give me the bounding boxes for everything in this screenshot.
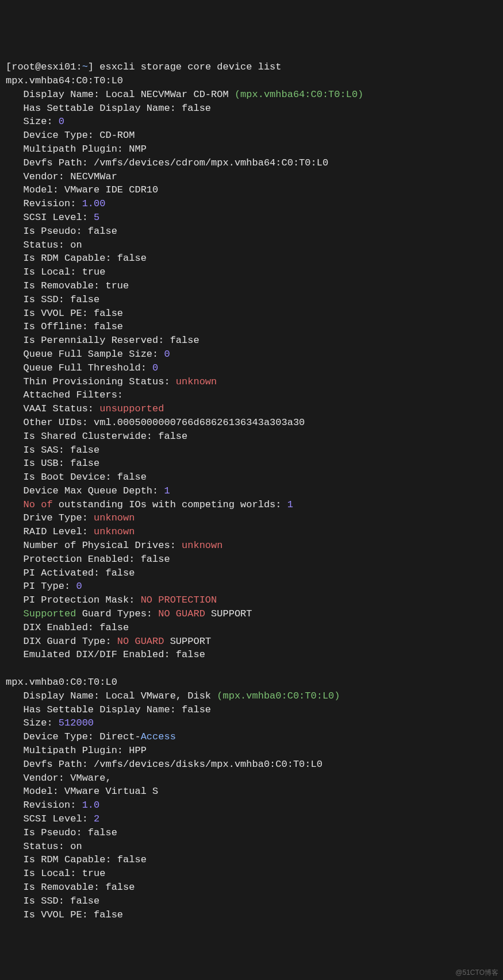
command-text: esxcli storage core device list [94, 61, 281, 72]
d1-display-name-key: Display Name [24, 89, 94, 100]
d2-has-settable-val: false [176, 704, 211, 715]
d1-mqd-key: Device Max Queue Depth [24, 485, 152, 496]
d1-sgt-v2: SUPPORT [205, 608, 252, 619]
d1-drive-val: unknown [88, 512, 135, 523]
d2-vvol-val: false [88, 909, 123, 920]
d1-sas-key: Is SAS [24, 445, 59, 456]
d1-prot-key: Protection Enabled [24, 554, 129, 565]
d1-thin-val: unknown [170, 376, 217, 387]
d2-display-name-val: Local VMware, Disk [99, 690, 217, 701]
d1-devfs-val: /vmfs/devices/cdrom/mpx.vmhba64:C0:T0:L0 [88, 157, 328, 168]
d1-thin-key: Thin Provisioning Status [24, 376, 164, 387]
d1-phys-key: Number of Physical Drives [24, 540, 170, 551]
d1-scsi-val: 5 [88, 212, 99, 223]
d2-rdm-key: Is RDM Capable [24, 854, 106, 865]
d2-revision-key: Revision [24, 800, 71, 811]
d1-removable-val: true [99, 280, 129, 291]
prompt-user: root [11, 61, 35, 72]
d1-perenn-val: false [164, 335, 199, 346]
d1-shared-val: false [152, 431, 187, 442]
d1-pia-key: PI Activated [24, 568, 94, 578]
d2-local-val: true [76, 868, 105, 879]
d1-dix-val: false [94, 622, 129, 633]
d1-noof-1: No [24, 499, 35, 510]
d1-pip-val: NO PROTECTION [135, 595, 217, 605]
device-2-id: mpx.vmhba0:C0:T0:L0 [6, 677, 117, 688]
prompt-path: ~ [82, 61, 88, 72]
d1-scsi-key: SCSI Level [24, 212, 82, 223]
d1-ssd-val: false [64, 294, 99, 305]
d1-pit-key: PI Type [24, 581, 64, 592]
prompt-colon: : [76, 61, 82, 72]
d1-prot-val: false [135, 554, 170, 565]
d1-sgt-1: Supported [24, 608, 76, 619]
d1-usb-val: false [64, 458, 99, 469]
d1-dixg-key: DIX Guard Type [24, 636, 106, 647]
d2-removable-val: false [99, 882, 135, 893]
d1-status-val: on [64, 240, 82, 250]
d1-pseudo-key: Is Pseudo [24, 226, 76, 237]
d1-af-key: Attached Filters [24, 389, 117, 400]
d2-scsi-val: 2 [88, 813, 99, 824]
d1-boot-key: Is Boot Device [24, 472, 106, 483]
d1-uids-val: vml.0005000000766d68626136343a303a30 [88, 417, 305, 428]
d2-model-key: Model [24, 786, 53, 797]
d1-multipath-key: Multipath Plugin [24, 144, 117, 155]
d2-has-settable-key: Has Settable Display Name [24, 704, 170, 715]
d1-pit-val: 0 [70, 581, 82, 592]
terminal-output: [root@esxi01:~] esxcli storage core devi… [6, 60, 497, 921]
d1-vvol-key: Is VVOL PE [24, 308, 82, 319]
d2-ssd-key: Is SSD [24, 896, 59, 906]
d1-qfss-val: 0 [158, 349, 170, 360]
d1-dixg-v1: NO GUARD [112, 636, 164, 647]
d1-sgt-v1: NO GUARD [152, 608, 205, 619]
d1-shared-key: Is Shared Clusterwide [24, 431, 147, 442]
d1-device-type-val: CD-ROM [94, 130, 135, 141]
d1-noof-3: outstanding IOs with competing worlds [53, 499, 276, 510]
prompt-close: ] [88, 61, 94, 72]
d1-removable-key: Is Removable [24, 280, 94, 291]
d2-multipath-key: Multipath Plugin [24, 745, 117, 756]
d1-model-val: VMware IDE CDR10 [59, 184, 158, 195]
d1-usb-key: Is USB [24, 458, 59, 469]
d2-model-val: VMware Virtual S [59, 786, 158, 797]
d1-uids-key: Other UIDs [24, 417, 82, 428]
prompt-at: @ [35, 61, 41, 72]
prompt-host: esxi01 [41, 61, 76, 72]
d1-mqd-val: 1 [158, 485, 170, 496]
d2-pseudo-val: false [82, 827, 117, 838]
d2-revision-val: 1.0 [76, 800, 99, 811]
watermark: @51CTO博客 [455, 968, 498, 978]
d1-qft-key: Queue Full Threshold [24, 362, 141, 373]
d2-display-name-key: Display Name [24, 690, 94, 701]
d1-drive-key: Drive Type [24, 512, 82, 523]
d2-ssd-val: false [64, 896, 99, 906]
d1-device-type-key: Device Type [24, 130, 88, 141]
d1-noof-val: 1 [282, 499, 293, 510]
d2-multipath-val: HPP [123, 745, 147, 756]
prompt-open: [ [6, 61, 11, 72]
d2-devfs-val: /vmfs/devices/disks/mpx.vmhba0:C0:T0:L0 [88, 759, 322, 770]
d1-has-settable-val: false [176, 103, 211, 114]
d2-vendor-val: VMware, [64, 773, 112, 784]
d1-display-name-paren: (mpx.vmhba64:C0:T0:L0) [235, 89, 363, 100]
d2-display-name-paren: (mpx.vmhba0:C0:T0:L0) [217, 690, 340, 701]
d1-vaai-key: VAAI Status [24, 403, 88, 414]
d1-emdix-key: Emulated DIX/DIF Enabled [24, 649, 164, 660]
d1-local-val: true [76, 267, 105, 277]
d1-display-name-val: Local NECVMWar CD-ROM [99, 89, 235, 100]
d1-rdm-key: Is RDM Capable [24, 253, 106, 264]
d1-pseudo-val: false [82, 226, 117, 237]
d2-status-val: on [64, 841, 82, 852]
d1-pia-val: false [99, 568, 135, 578]
d2-device-type-val1: Direct- [94, 731, 141, 742]
d2-removable-key: Is Removable [24, 882, 94, 893]
d1-phys-val: unknown [176, 540, 223, 551]
d2-size-key: Size [24, 717, 47, 728]
device-1-id: mpx.vmhba64:C0:T0:L0 [6, 75, 123, 86]
d1-status-key: Status [24, 240, 59, 250]
d2-local-key: Is Local [24, 868, 71, 879]
d1-offline-key: Is Offline [24, 321, 82, 332]
d2-vvol-key: Is VVOL PE [24, 909, 82, 920]
d2-vendor-key: Vendor [24, 773, 59, 784]
